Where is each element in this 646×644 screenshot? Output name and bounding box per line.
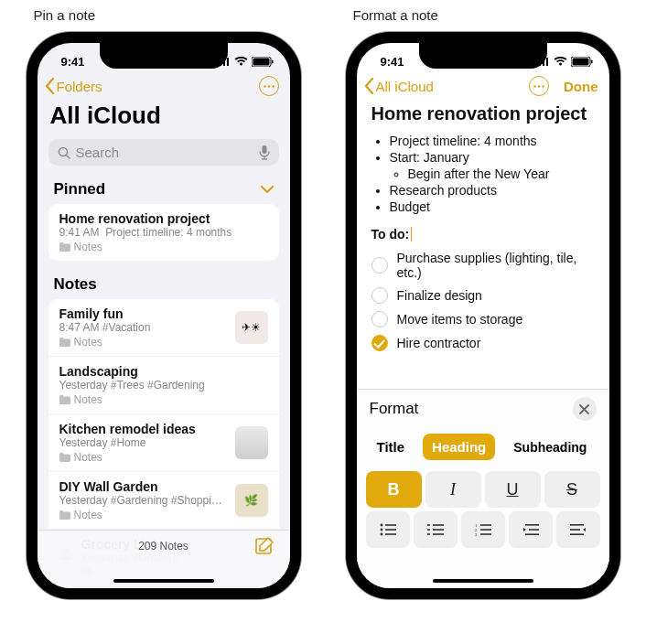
format-buttons-row2: 123 [366, 511, 600, 548]
bold-button[interactable]: B [366, 471, 422, 508]
folder-icon [59, 453, 70, 462]
svg-rect-37 [570, 524, 584, 526]
indent-icon [570, 523, 587, 536]
checkbox[interactable] [371, 335, 388, 351]
battery-icon [252, 57, 274, 67]
mic-icon[interactable] [259, 145, 270, 160]
nav-bar: All iCloud Done [357, 70, 609, 100]
svg-point-18 [380, 529, 382, 531]
numbered-list-button[interactable]: 123 [461, 511, 505, 548]
close-icon [579, 404, 589, 414]
pinned-header[interactable]: Pinned [38, 169, 290, 200]
todo-row[interactable]: Purchase supplies (lighting, tile, etc.) [371, 247, 595, 284]
svg-point-3 [264, 85, 265, 87]
search-icon [58, 146, 70, 159]
style-subheading[interactable]: Subheading [504, 435, 596, 460]
back-button[interactable]: All iCloud [364, 78, 434, 94]
todo-row[interactable]: Move items to storage [371, 307, 595, 331]
dash-list-button[interactable] [414, 511, 458, 548]
todo-row[interactable]: Finalize design [371, 284, 595, 307]
folder-icon [59, 510, 70, 520]
svg-rect-11 [572, 58, 588, 65]
note-row[interactable]: Kitchen remodel ideasYesterday #HomeNote… [48, 414, 279, 472]
style-title[interactable]: Title [368, 434, 415, 460]
compose-button[interactable] [255, 536, 275, 559]
indent-button[interactable] [556, 511, 600, 548]
todo-row[interactable]: Hire contractor [371, 331, 595, 355]
format-buttons-row1: B I U S [366, 471, 600, 508]
note-folder: Notes [59, 451, 226, 464]
folder-icon [59, 395, 70, 404]
status-time: 9:41 [61, 55, 85, 69]
back-label: All iCloud [376, 79, 434, 94]
phone-left: 9:41 Folders All iCloud Search Pinned [27, 32, 301, 599]
numbered-list-icon: 123 [475, 523, 491, 536]
chevron-left-icon [364, 78, 374, 94]
notes-header[interactable]: Notes [38, 264, 290, 295]
svg-point-6 [59, 147, 67, 156]
note-title: Kitchen remodel ideas [59, 422, 226, 436]
home-indicator [433, 579, 533, 583]
style-heading[interactable]: Heading [423, 434, 495, 460]
svg-rect-39 [570, 533, 584, 535]
note-subtitle: Yesterday #Gardening #Shopping… [59, 494, 226, 507]
svg-rect-12 [591, 59, 593, 63]
svg-rect-24 [427, 529, 430, 531]
svg-rect-22 [427, 524, 430, 526]
strikethrough-button[interactable]: S [544, 471, 600, 508]
phone-right: 9:41 All iCloud Done Home renovation pro… [346, 32, 620, 599]
todo-heading: To do: [371, 227, 413, 242]
note-row[interactable]: Family fun8:47 AM #VacationNotes✈︎☀︎ [48, 299, 279, 357]
notch [100, 43, 228, 69]
note-row-pinned[interactable]: Home renovation project 9:41 AM Project … [48, 204, 279, 261]
bullet-item: Budget [390, 199, 595, 214]
note-row[interactable]: LandscapingYesterday #Trees #GardeningNo… [48, 357, 279, 414]
compose-icon [255, 536, 275, 556]
note-body[interactable]: Home renovation project Project timeline… [357, 100, 609, 359]
format-panel: Format Title Heading Subheading Body B I… [357, 389, 609, 588]
svg-rect-36 [525, 533, 539, 535]
svg-rect-26 [427, 533, 430, 535]
back-label: Folders [57, 79, 102, 94]
italic-button[interactable]: I [425, 471, 481, 508]
page-title: All iCloud [38, 100, 290, 135]
svg-point-15 [542, 85, 544, 87]
svg-point-4 [267, 85, 269, 87]
bullet-item: Project timeline: 4 months [390, 134, 595, 148]
pinned-list: Home renovation project 9:41 AM Project … [48, 204, 279, 261]
done-button[interactable]: Done [564, 79, 598, 94]
bullet-list-icon [380, 523, 396, 536]
svg-point-20 [380, 533, 382, 536]
search-input[interactable]: Search [48, 139, 279, 166]
checkbox[interactable] [371, 257, 388, 274]
text-style-row[interactable]: Title Heading Subheading Body [366, 428, 600, 471]
note-thumbnail: ✈︎☀︎ [235, 311, 268, 344]
note-heading: Home renovation project [371, 103, 595, 124]
checkbox[interactable] [371, 287, 388, 304]
svg-rect-31 [480, 529, 491, 531]
more-icon [264, 85, 275, 88]
bullet-sub-item: Begin after the New Year [408, 166, 595, 181]
todo-list: Purchase supplies (lighting, tile, etc.)… [371, 247, 595, 355]
outdent-button[interactable] [509, 511, 553, 548]
note-row[interactable]: DIY Wall GardenYesterday #Gardening #Sho… [48, 472, 279, 530]
pinned-label: Pinned [54, 180, 106, 199]
nav-bar: Folders [38, 70, 290, 100]
search-placeholder: Search [76, 145, 253, 160]
todo-text: Finalize design [397, 288, 482, 303]
more-button[interactable] [529, 76, 549, 96]
underline-button[interactable]: U [485, 471, 541, 508]
checkbox[interactable] [371, 311, 388, 327]
note-thumbnail [235, 426, 268, 459]
note-folder: Notes [59, 393, 268, 406]
more-button[interactable] [259, 76, 279, 96]
bullet-list-button[interactable] [366, 511, 410, 548]
note-thumbnail: 🌿 [235, 484, 268, 517]
home-indicator [113, 579, 214, 583]
back-button[interactable]: Folders [45, 78, 102, 94]
status-time: 9:41 [381, 55, 404, 69]
bullet-list: Project timeline: 4 months Start: Januar… [371, 134, 595, 214]
close-button[interactable] [573, 397, 597, 421]
note-subtitle: Yesterday #Home [59, 436, 226, 449]
svg-rect-38 [570, 529, 580, 531]
